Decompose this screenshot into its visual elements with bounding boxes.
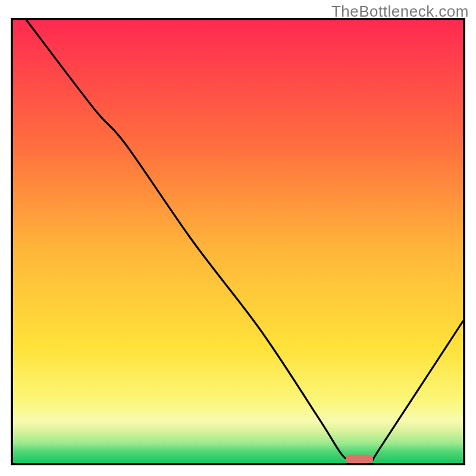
plot-area [11, 18, 465, 465]
chart-curve [13, 20, 463, 463]
minimum-marker [346, 455, 372, 464]
figure-root: TheBottleneck.com [0, 0, 476, 476]
